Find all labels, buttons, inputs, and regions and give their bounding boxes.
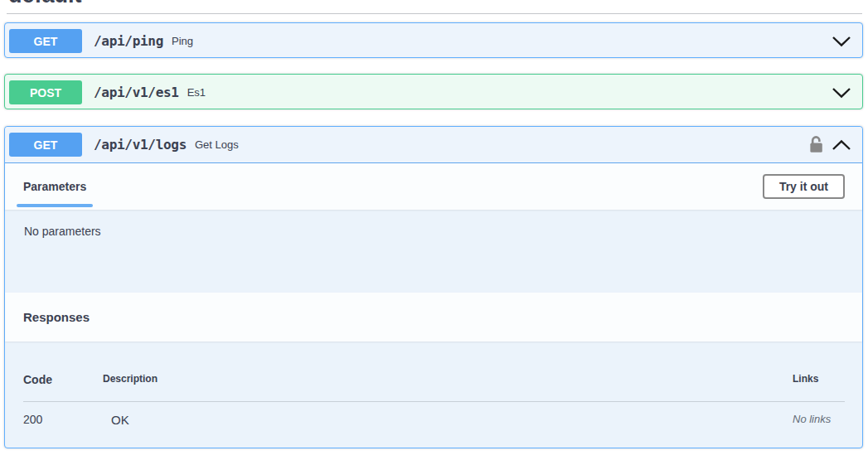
opblock-get-logs: GET /api/v1/logs Get Logs Parameters Try… <box>4 126 863 448</box>
responses-section-header: Responses <box>5 293 862 341</box>
response-code: 200 <box>23 402 103 427</box>
opblock-post-es1: POST /api/v1/es1 Es1 <box>4 74 863 109</box>
endpoint-path: /api/ping <box>94 33 163 49</box>
endpoint-path: /api/v1/logs <box>94 137 187 153</box>
tag-divider <box>7 13 862 14</box>
swagger-api-docs: default GET /api/ping Ping POST /api/v1/… <box>0 0 868 465</box>
column-header-description: Description <box>103 341 793 402</box>
lock-open-icon[interactable] <box>808 135 824 154</box>
responses-body: Code Description Links 200 OK No links <box>5 341 862 448</box>
column-header-links: Links <box>793 341 845 402</box>
method-badge-post: POST <box>9 80 82 104</box>
tab-parameters[interactable]: Parameters <box>17 180 93 193</box>
tag-heading[interactable]: default <box>8 0 82 7</box>
response-description: OK <box>111 402 793 427</box>
opblock-summary-get-ping[interactable]: GET /api/ping Ping <box>5 23 862 59</box>
parameters-title: Parameters <box>23 180 86 193</box>
parameters-section-header: Parameters Try it out <box>5 163 862 210</box>
responses-title: Responses <box>23 310 90 324</box>
endpoint-summary: Get Logs <box>195 138 239 151</box>
method-badge-get: GET <box>9 133 82 157</box>
column-header-code: Code <box>23 341 103 402</box>
endpoint-summary: Es1 <box>187 86 206 99</box>
no-parameters-message: No parameters <box>24 225 101 238</box>
response-links: No links <box>793 402 845 427</box>
chevron-down-icon[interactable] <box>832 36 851 47</box>
method-badge-get: GET <box>9 29 82 53</box>
chevron-up-icon[interactable] <box>832 139 851 151</box>
opblock-get-ping: GET /api/ping Ping <box>4 22 863 58</box>
parameters-body: No parameters <box>5 210 862 293</box>
responses-table: Code Description Links 200 OK No links <box>23 341 845 427</box>
opblock-summary-get-logs[interactable]: GET /api/v1/logs Get Logs <box>5 127 862 163</box>
endpoint-path: /api/v1/es1 <box>94 85 179 100</box>
opblock-summary-post-es1[interactable]: POST /api/v1/es1 Es1 <box>5 75 862 110</box>
chevron-down-icon[interactable] <box>832 87 851 99</box>
endpoint-summary: Ping <box>172 35 193 47</box>
try-it-out-button[interactable]: Try it out <box>763 174 845 199</box>
